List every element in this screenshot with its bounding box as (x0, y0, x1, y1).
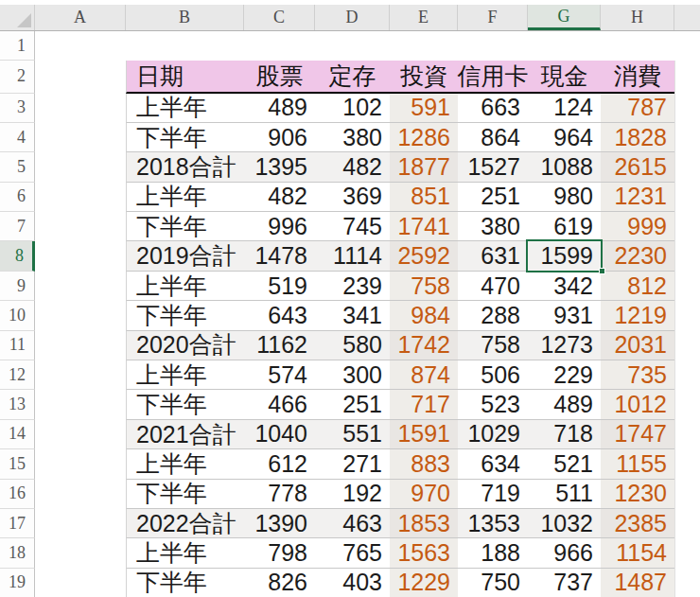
cell-colA[interactable] (35, 538, 126, 568)
cell-colI[interactable] (674, 123, 700, 152)
cell-D16[interactable]: 192 (315, 480, 390, 509)
cell-E6[interactable]: 851 (390, 183, 458, 212)
cell-F3[interactable]: 663 (458, 94, 528, 123)
cell-B9[interactable]: 上半年 (126, 272, 244, 301)
cell-D7[interactable]: 745 (315, 212, 390, 241)
cell-colA[interactable] (35, 94, 126, 123)
column-header-d[interactable]: D (315, 5, 390, 30)
cell-H12[interactable]: 735 (601, 360, 674, 390)
cell-C12[interactable]: 574 (244, 360, 315, 390)
cell-C18[interactable]: 798 (244, 538, 315, 568)
cell-F5[interactable]: 1527 (458, 152, 528, 182)
column-header-h[interactable]: H (601, 5, 674, 30)
cell-colA[interactable] (35, 509, 126, 538)
cell-H6[interactable]: 1231 (601, 183, 674, 212)
cell-colA[interactable] (35, 420, 126, 449)
cell-colA[interactable] (35, 183, 126, 212)
cell-B4[interactable]: 下半年 (126, 123, 244, 152)
row-header-12[interactable]: 12 (0, 360, 35, 390)
cell-B19[interactable]: 下半年 (126, 569, 244, 597)
cell-C15[interactable]: 612 (244, 449, 315, 479)
cell-G18[interactable]: 966 (528, 538, 601, 568)
cell-F16[interactable]: 719 (458, 480, 528, 509)
cell-colI[interactable] (674, 301, 700, 330)
cell-G10[interactable]: 931 (528, 301, 601, 330)
cell-colI[interactable] (674, 212, 700, 241)
cell-G17[interactable]: 1032 (528, 509, 601, 538)
cell-colA[interactable] (35, 449, 126, 479)
cell-colA[interactable] (35, 212, 126, 241)
cell-G6[interactable]: 980 (528, 183, 601, 212)
row-header-15[interactable]: 15 (0, 449, 35, 479)
cell-colA[interactable] (35, 241, 126, 271)
cell-D8[interactable]: 1114 (315, 241, 390, 271)
column-header-a[interactable]: A (35, 5, 126, 30)
cell-B2-header-date[interactable]: 日期 (126, 61, 244, 94)
cell-D10[interactable]: 341 (315, 301, 390, 330)
cell-H18[interactable]: 1154 (601, 538, 674, 568)
cell-D11[interactable]: 580 (315, 331, 390, 360)
cell-C7[interactable]: 996 (244, 212, 315, 241)
cell-E8[interactable]: 2592 (390, 241, 458, 271)
cell-colI[interactable] (674, 420, 700, 449)
cell-G4[interactable]: 964 (528, 123, 601, 152)
cell-colI[interactable] (674, 272, 700, 301)
row-header-19[interactable]: 19 (0, 569, 35, 597)
cell-D6[interactable]: 369 (315, 183, 390, 212)
cell-colI[interactable] (674, 390, 700, 419)
cell-H11[interactable]: 2031 (601, 331, 674, 360)
cell-G7[interactable]: 619 (528, 212, 601, 241)
cell-E3[interactable]: 591 (390, 94, 458, 123)
cell-B11[interactable]: 2020合計 (126, 331, 244, 360)
cell-D14[interactable]: 551 (315, 420, 390, 449)
cell-colI[interactable] (674, 569, 700, 597)
row-header-14[interactable]: 14 (0, 420, 35, 449)
cell-C11[interactable]: 1162 (244, 331, 315, 360)
cell-G3[interactable]: 124 (528, 94, 601, 123)
row-header-11[interactable]: 11 (0, 331, 35, 360)
cell-A2[interactable] (35, 61, 126, 94)
row-header-6[interactable]: 6 (0, 183, 35, 212)
cell-H9[interactable]: 812 (601, 272, 674, 301)
cell-colA[interactable] (35, 390, 126, 419)
cell-colA[interactable] (35, 331, 126, 360)
select-all-corner[interactable] (0, 5, 35, 30)
cell-D15[interactable]: 271 (315, 449, 390, 479)
cell-D12[interactable]: 300 (315, 360, 390, 390)
cell-B12[interactable]: 上半年 (126, 360, 244, 390)
cell-E2-header-investment[interactable]: 投資 (390, 61, 458, 94)
cell-F18[interactable]: 188 (458, 538, 528, 568)
cell-H16[interactable]: 1230 (601, 480, 674, 509)
cell-B17[interactable]: 2022合計 (126, 509, 244, 538)
cell-B18[interactable]: 上半年 (126, 538, 244, 568)
row-header-13[interactable]: 13 (0, 390, 35, 419)
cell-H2-header-spending[interactable]: 消費 (601, 61, 674, 94)
cell-C17[interactable]: 1390 (244, 509, 315, 538)
cell-D17[interactable]: 463 (315, 509, 390, 538)
cell-F9[interactable]: 470 (458, 272, 528, 301)
column-header-f[interactable]: F (458, 5, 528, 30)
cell-colA[interactable] (35, 123, 126, 152)
row-header-18[interactable]: 18 (0, 538, 35, 568)
column-header-g-selected[interactable]: G (528, 5, 601, 30)
column-header-partial[interactable] (674, 5, 700, 30)
cell-H19[interactable]: 1487 (601, 569, 674, 597)
cell-F19[interactable]: 750 (458, 569, 528, 597)
cell-E4[interactable]: 1286 (390, 123, 458, 152)
row-header-1[interactable]: 1 (0, 31, 35, 61)
cell-C3[interactable]: 489 (244, 94, 315, 123)
row-header-9[interactable]: 9 (0, 272, 35, 301)
cell-B7[interactable]: 下半年 (126, 212, 244, 241)
fill-handle[interactable] (599, 268, 605, 274)
cell-F17[interactable]: 1353 (458, 509, 528, 538)
cell-colA[interactable] (35, 272, 126, 301)
row-header-3[interactable]: 3 (0, 94, 35, 123)
cell-colA[interactable] (35, 360, 126, 390)
cell-G11[interactable]: 1273 (528, 331, 601, 360)
cell-F4[interactable]: 864 (458, 123, 528, 152)
row-header-4[interactable]: 4 (0, 123, 35, 152)
cell-colI[interactable] (674, 509, 700, 538)
cell-D13[interactable]: 251 (315, 390, 390, 419)
cell-E19[interactable]: 1229 (390, 569, 458, 597)
column-header-e[interactable]: E (390, 5, 458, 30)
